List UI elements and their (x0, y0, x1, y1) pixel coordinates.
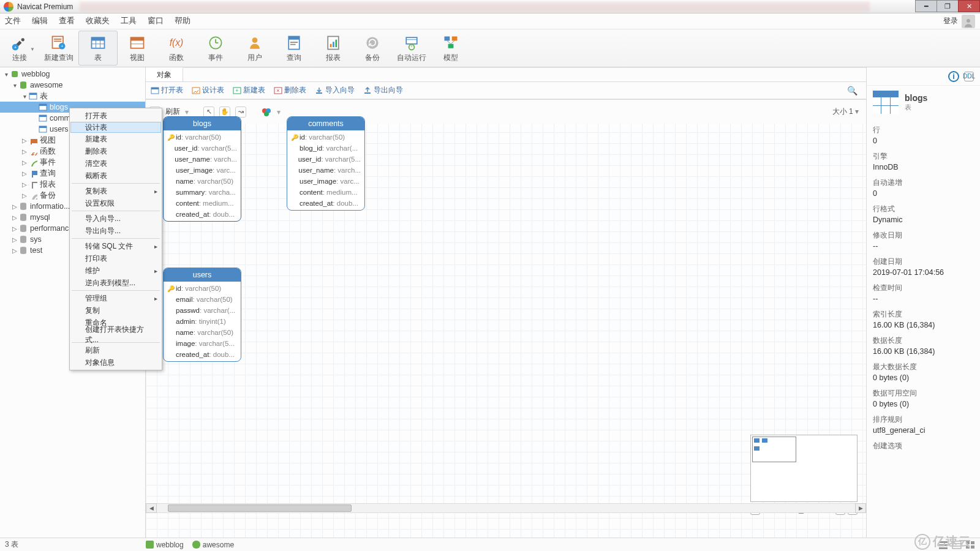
menu-window[interactable]: 窗口 (148, 16, 164, 26)
ctx-清空表[interactable]: 清空表 (70, 157, 161, 170)
diagram-column[interactable]: name: varchar(50) (164, 327, 241, 338)
toolbar-plug[interactable]: +连接▼ (0, 31, 39, 66)
ctx-逆向表到模型...[interactable]: 逆向表到模型... (70, 277, 161, 289)
ctx-导出向导...[interactable]: 导出向导... (70, 225, 161, 237)
diagram-column[interactable]: created_at: doub... (164, 349, 241, 360)
diagram-column[interactable]: user_name: varch... (287, 165, 364, 176)
diagram-column[interactable]: user_image: varc... (164, 165, 241, 176)
diagram-column[interactable]: user_name: varch... (164, 154, 241, 165)
ctx-维护[interactable]: 维护 (70, 264, 161, 277)
ctx-复制[interactable]: 复制 (70, 304, 161, 317)
scroll-thumb[interactable] (168, 504, 352, 512)
menu-edit[interactable]: 编辑 (32, 16, 48, 26)
toolbar-fx[interactable]: f(x)函数 (157, 31, 196, 66)
menu-view[interactable]: 查看 (59, 16, 75, 26)
object-name: blogs (905, 93, 927, 103)
menu-help[interactable]: 帮助 (175, 16, 190, 26)
scroll-left[interactable]: ◀ (146, 503, 157, 513)
minimap-blip (762, 438, 767, 443)
toolbar-clock[interactable]: 事件 (196, 31, 235, 66)
minimap[interactable] (750, 435, 858, 502)
toolbar-model[interactable]: 模型 (431, 31, 470, 66)
diagram-column[interactable]: summary: varcha... (164, 187, 241, 198)
objtb-导入向导[interactable]: 导入向导 (315, 85, 355, 96)
object-toolbar: 打开表设计表+新建表×删除表导入向导导出向导🔍 (146, 82, 866, 99)
diagram-column[interactable]: content: medium... (164, 198, 241, 209)
info-icon[interactable]: i (948, 71, 959, 82)
diagram-column[interactable]: user_id: varchar(5... (287, 154, 364, 165)
ctx-截断表[interactable]: 截断表 (70, 170, 161, 182)
search-icon[interactable]: 🔍 (847, 86, 861, 96)
scroll-right[interactable]: ▶ (855, 503, 866, 513)
ctx-转储 SQL 文件[interactable]: 转储 SQL 文件 (70, 240, 161, 252)
diagram-column[interactable]: admin: tinyint(1) (164, 316, 241, 327)
toolbar-newquery[interactable]: +新建查询 (39, 31, 78, 66)
diagram-column[interactable]: 🔑id: varchar(50) (164, 132, 241, 143)
status-bar: 3 表 webblog awesome (0, 538, 980, 551)
tree-tables-folder[interactable]: ▾表 (0, 91, 145, 102)
toolbar-view[interactable]: 视图 (118, 31, 157, 66)
login-link[interactable]: 登录 (943, 16, 958, 26)
diagram-canvas[interactable]: blogs🔑id: varchar(50)user_id: varchar(5.… (146, 99, 866, 538)
toolbar-backup[interactable]: 备份 (353, 31, 392, 66)
toolbar-user[interactable]: 用户 (235, 31, 274, 66)
svg-rect-23 (288, 37, 300, 40)
objtb-设计表[interactable]: 设计表 (192, 85, 224, 96)
avatar-icon[interactable] (962, 15, 975, 28)
prop-数据长度: 数据长度16.00 KB (16,384) (873, 335, 974, 356)
diagram-column[interactable]: content: medium... (287, 187, 364, 198)
ctx-打印表[interactable]: 打印表 (70, 252, 161, 264)
ctx-管理组[interactable]: 管理组 (70, 292, 161, 304)
ctx-对象信息[interactable]: 对象信息 (70, 356, 161, 369)
tree-database[interactable]: ▾awesome (0, 80, 145, 91)
close-button[interactable]: ✕ (958, 0, 980, 12)
toolbar-report[interactable]: 报表 (314, 31, 353, 66)
ctx-打开表[interactable]: 打开表 (70, 110, 161, 122)
svg-rect-6 (54, 41, 61, 42)
diagram-column[interactable]: email: varchar(50) (164, 294, 241, 305)
ctx-复制表[interactable]: 复制表 (70, 185, 161, 197)
diagram-column[interactable]: created_at: doub... (164, 209, 241, 220)
diagram-column[interactable]: created_at: doub... (287, 198, 364, 209)
diagram-table-blogs[interactable]: blogs🔑id: varchar(50)user_id: varchar(5.… (163, 116, 241, 222)
diagram-column[interactable]: 🔑id: varchar(50) (287, 132, 364, 143)
menu-favorites[interactable]: 收藏夹 (86, 16, 110, 26)
ctx-设计表[interactable]: 设计表 (70, 122, 161, 133)
objtb-新建表[interactable]: +新建表 (233, 85, 265, 96)
minimap-blip (754, 438, 760, 443)
ctx-创建打开表快捷方式...[interactable]: 创建打开表快捷方式... (70, 329, 161, 341)
ctx-导入向导...[interactable]: 导入向导... (70, 212, 161, 225)
app-icon (4, 2, 13, 12)
menu-file[interactable]: 文件 (5, 16, 21, 26)
maximize-button[interactable]: ❐ (937, 0, 959, 12)
diagram-column[interactable]: name: varchar(50) (164, 176, 241, 187)
diagram-column[interactable]: image: varchar(5... (164, 338, 241, 349)
minimize-button[interactable]: ━ (915, 0, 937, 12)
objtb-打开表[interactable]: 打开表 (151, 85, 183, 96)
horizontal-scrollbar[interactable]: ◀ ▶ (146, 503, 866, 513)
ddl-icon[interactable]: DDL (964, 72, 974, 81)
svg-rect-43 (29, 93, 37, 95)
diagram-column[interactable]: blog_id: varchar(... (287, 143, 364, 154)
diagram-table-comments[interactable]: comments🔑id: varchar(50)blog_id: varchar… (287, 116, 365, 211)
status-connection: webblog (156, 541, 184, 549)
diagram-column[interactable]: passwd: varchar(... (164, 305, 241, 316)
toolbar-auto[interactable]: 自动运行 (392, 31, 431, 66)
properties-panel: i DDL blogs 表 行0引擎InnoDB自动递增0行格式Dynamic修… (866, 67, 980, 538)
ctx-新建表[interactable]: 新建表 (70, 133, 161, 145)
toolbar-table[interactable]: 表 (78, 31, 118, 66)
tab-objects[interactable]: 对象 (146, 67, 183, 81)
ctx-刷新[interactable]: 刷新 (70, 344, 161, 356)
diagram-column[interactable]: user_id: varchar(5... (164, 143, 241, 154)
toolbar-query[interactable]: 查询 (274, 31, 314, 66)
tree-connection[interactable]: ▾webblog (0, 69, 145, 80)
ctx-删除表[interactable]: 删除表 (70, 145, 161, 157)
menu-tools[interactable]: 工具 (121, 16, 137, 26)
ctx-设置权限[interactable]: 设置权限 (70, 197, 161, 209)
diagram-column[interactable]: user_image: varc... (287, 176, 364, 187)
objtb-删除表[interactable]: ×删除表 (274, 85, 306, 96)
diagram-column[interactable]: 🔑id: varchar(50) (164, 283, 241, 294)
svg-text:+: + (235, 88, 238, 94)
diagram-table-users[interactable]: users🔑id: varchar(50)email: varchar(50)p… (163, 268, 241, 362)
objtb-导出向导[interactable]: 导出向导 (363, 85, 403, 96)
